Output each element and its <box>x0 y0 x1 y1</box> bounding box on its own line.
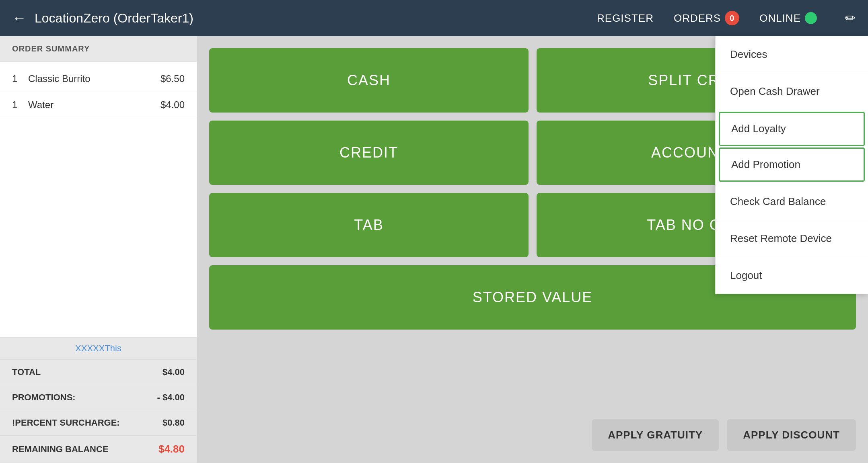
orders-nav-item[interactable]: ORDERS 0 <box>674 11 739 25</box>
order-summary-panel: ORDER SUMMARY 1 Classic Burrito $6.50 1 … <box>0 36 197 463</box>
total-row-label: REMAINING BALANCE <box>12 444 109 455</box>
order-footer: XXXXXThis TOTAL $4.00 PROMOTIONS: - $4.0… <box>0 337 197 463</box>
dropdown-item-open-cash-drawer[interactable]: Open Cash Drawer <box>716 73 868 110</box>
total-row: PROMOTIONS: - $4.00 <box>0 385 197 410</box>
order-summary-header: ORDER SUMMARY <box>0 36 197 62</box>
totals-section: TOTAL $4.00 PROMOTIONS: - $4.00 !PERCENT… <box>0 360 197 463</box>
payment-tab-button[interactable]: TAB <box>209 193 529 257</box>
order-item-price: $6.50 <box>160 73 185 84</box>
online-status: ONLINE <box>759 12 817 25</box>
dropdown-item-devices[interactable]: Devices <box>716 36 868 73</box>
order-item-price: $4.00 <box>160 99 185 111</box>
main-container: ORDER SUMMARY 1 Classic Burrito $6.50 1 … <box>0 36 868 463</box>
order-item-name: Classic Burrito <box>28 73 160 84</box>
dropdown-item-logout[interactable]: Logout <box>716 257 868 294</box>
order-items-list: 1 Classic Burrito $6.50 1 Water $4.00 <box>0 62 197 337</box>
total-row-value: $4.00 <box>162 367 185 377</box>
total-row-value: - $4.00 <box>157 392 185 403</box>
dropdown-item-reset-remote-device[interactable]: Reset Remote Device <box>716 220 868 257</box>
back-button[interactable]: ← <box>12 10 27 27</box>
app-title: LocationZero (OrderTaker1) <box>35 11 597 26</box>
order-item-qty: 1 <box>12 99 28 111</box>
header-nav: REGISTER ORDERS 0 ONLINE ✏ <box>597 10 856 26</box>
order-item: 1 Water $4.00 <box>0 92 197 118</box>
orders-badge-count: 0 <box>725 11 739 25</box>
total-row-label: !PERCENT SURCHARGE: <box>12 418 120 428</box>
total-row: REMAINING BALANCE $4.80 <box>0 436 197 463</box>
bottom-actions: APPLY GRATUITY APPLY DISCOUNT <box>592 419 856 451</box>
app-header: ← LocationZero (OrderTaker1) REGISTER OR… <box>0 0 868 36</box>
order-item-name: Water <box>28 99 160 111</box>
register-nav-item[interactable]: REGISTER <box>597 12 654 25</box>
total-row: !PERCENT SURCHARGE: $0.80 <box>0 410 197 436</box>
total-row-label: PROMOTIONS: <box>12 392 76 403</box>
dropdown-item-add-promotion[interactable]: Add Promotion <box>719 148 865 182</box>
apply-discount-button[interactable]: APPLY DISCOUNT <box>727 419 856 451</box>
order-item: 1 Classic Burrito $6.50 <box>0 66 197 92</box>
promo-link[interactable]: XXXXXThis <box>0 338 197 360</box>
total-row-label: TOTAL <box>12 367 41 377</box>
menu-icon[interactable]: ✏ <box>845 10 856 26</box>
dropdown-item-add-loyalty[interactable]: Add Loyalty <box>719 112 865 146</box>
payment-credit-button[interactable]: CREDIT <box>209 121 529 185</box>
dropdown-menu: DevicesOpen Cash DrawerAdd LoyaltyAdd Pr… <box>715 36 868 294</box>
apply-gratuity-button[interactable]: APPLY GRATUITY <box>592 419 719 451</box>
order-item-qty: 1 <box>12 73 28 84</box>
payment-area: CASHSPLIT CRE...CREDITACCOUNT...TABTAB N… <box>197 36 868 463</box>
payment-cash-button[interactable]: CASH <box>209 48 529 113</box>
online-dot-indicator <box>805 12 817 24</box>
total-row-value: $4.80 <box>158 443 185 455</box>
total-row: TOTAL $4.00 <box>0 360 197 385</box>
total-row-value: $0.80 <box>162 418 185 428</box>
dropdown-item-check-card-balance[interactable]: Check Card Balance <box>716 183 868 220</box>
